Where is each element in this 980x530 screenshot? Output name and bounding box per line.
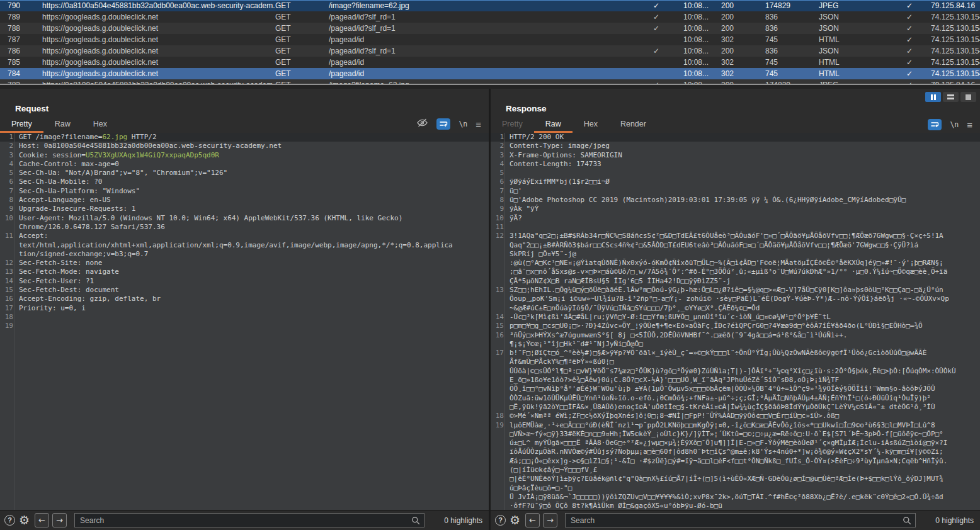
- cell-path: /pagead/id: [329, 34, 637, 45]
- cell-num: 785: [0, 57, 42, 68]
- word-wrap-icon[interactable]: [436, 118, 450, 130]
- request-editor[interactable]: 1GET /image?filename=62.jpg HTTP/22Host:…: [0, 133, 489, 510]
- code-line: 8ü□'Adobe Photoshop CC 2019 (Macintosh)2…: [491, 196, 980, 205]
- cell-url: https://googleads.g.doubleclick.net: [42, 34, 275, 45]
- code-line: 5: [491, 169, 980, 178]
- check-icon: ✓: [897, 11, 922, 23]
- cell-url: https://0a8100a504e45881bb32a0db00ea00ac…: [42, 0, 275, 11]
- cell-method: GET: [275, 0, 329, 11]
- tab-response-pretty[interactable]: Pretty: [491, 116, 534, 133]
- http-history-table[interactable]: 790https://0a8100a504e45881bb32a0db00ea0…: [0, 0, 980, 84]
- request-search-bar: ? ⚙ ← → 0 highlights: [0, 510, 489, 530]
- code-line: Chrome/126.0.6478.127 Safari/537.36: [0, 223, 489, 232]
- code-line: ÕÔ¸î□□°□vÑìþ°å°'øÈé}W¨WÕu'ù¡þ ±¥Ã(1µÔ¯Ôw…: [491, 385, 980, 393]
- cell-time: 10:08...: [675, 11, 713, 23]
- settings-gear-icon[interactable]: ⚙: [510, 514, 520, 526]
- tab-request-pretty[interactable]: Pretty: [0, 116, 43, 133]
- request-search-input[interactable]: [74, 513, 424, 527]
- code-line: 1GET /image?filename=62.jpg HTTP/2: [0, 133, 489, 142]
- table-row[interactable]: 783https://0a8100a504e45881bb32a0db00ea0…: [0, 79, 980, 84]
- check-icon: [637, 34, 675, 45]
- search-prev-button[interactable]: ←: [525, 513, 540, 527]
- code-line: 6Sec-Ch-Ua-Mobile: ?0: [0, 178, 489, 186]
- request-panel-title: Request: [15, 104, 489, 114]
- table-row[interactable]: 789https://googleads.g.doubleclick.netGE…: [0, 11, 980, 23]
- tab-request-hex[interactable]: Hex: [82, 116, 118, 133]
- cell-status: 200: [713, 11, 757, 23]
- table-row[interactable]: 786https://googleads.g.doubleclick.netGE…: [0, 45, 980, 57]
- cell-path: /pagead/id?slf_rd=1: [329, 23, 637, 34]
- tab-response-render[interactable]: Render: [609, 116, 658, 133]
- code-line: ú□ÞâçÏèu□ô=□-"□: [491, 484, 980, 493]
- message-editors: Request Pretty Raw Hex: [0, 89, 980, 530]
- code-line: Qaq"2□□¡±B#ÀRÑð3$bár□□CScs4ñ%¢²□&5ÂÒD□T£…: [491, 241, 980, 250]
- cell-num: 788: [0, 23, 42, 34]
- search-next-button[interactable]: →: [52, 513, 67, 527]
- check-icon: ✓: [637, 79, 675, 84]
- newline-toggle-icon[interactable]: \n: [459, 120, 467, 128]
- check-icon: ✓: [897, 79, 922, 84]
- code-line: ú±□L^ myÝÜgã×□□□Ë ªÂÀ8·ÕeG□÷°²Æ»¿jwµ□×µ¾…: [491, 439, 980, 448]
- editor-menu-icon[interactable]: ≡: [476, 120, 481, 129]
- cell-length: 745: [757, 57, 811, 68]
- hide-eye-icon[interactable]: [416, 118, 428, 130]
- word-wrap-icon[interactable]: [928, 119, 942, 130]
- response-tabs: Pretty Raw Hex Render \n ≡: [491, 114, 980, 133]
- cell-url: https://googleads.g.doubleclick.net: [42, 45, 275, 57]
- editor-menu-icon[interactable]: ≡: [967, 120, 972, 130]
- cell-time: 10:08...: [675, 0, 713, 11]
- table-row[interactable]: 788https://googleads.g.doubleclick.netGE…: [0, 23, 980, 34]
- response-search-bar: ? ⚙ ← → 0 highlights: [491, 510, 980, 530]
- tab-response-raw[interactable]: Raw: [534, 116, 573, 133]
- code-line: 14-Úc□³k[Mì¢ßì'äÀ□#åL|ru;ÿVñ□Y-Ø:î□□Yfm¦…: [491, 313, 980, 322]
- cell-path: /pagead/id?slf_rd=1: [329, 11, 637, 23]
- cell-length: 745: [757, 68, 811, 79]
- cell-method: GET: [275, 57, 329, 68]
- search-next-button[interactable]: →: [543, 513, 557, 527]
- code-line: Åf&mÙ□PÅckY%□¶ªëÞÝ»«ßú0¦□: [491, 358, 980, 366]
- search-prev-button[interactable]: ←: [35, 513, 49, 527]
- cell-length: 174829: [757, 79, 811, 84]
- code-line: 17b!¨F□¦ØïÇt□ó_^°èè½#)□§Æ>ÿ¥p?¥Õ¯öãl×_ïý…: [491, 349, 980, 358]
- code-line: text/html,application/xhtml+xml,applicat…: [0, 241, 489, 250]
- code-line: 7ü□': [491, 187, 980, 196]
- check-icon: ✓: [897, 57, 922, 68]
- table-panel-splitter[interactable]: [0, 84, 980, 89]
- table-row[interactable]: 785https://googleads.g.doubleclick.netGE…: [0, 57, 980, 68]
- cell-url: https://googleads.g.doubleclick.net: [42, 11, 275, 23]
- code-line: 19: [0, 322, 489, 330]
- table-row[interactable]: 790https://0a8100a504e45881bb32a0db00ea0…: [0, 0, 980, 11]
- cell-status: 200: [713, 79, 757, 84]
- cell-path: /pagead/id: [329, 68, 637, 79]
- code-line: 3X-Frame-Options: SAMEORIGIN: [491, 151, 980, 160]
- check-icon: ✓: [637, 11, 675, 23]
- table-row[interactable]: 784https://googleads.g.doubleclick.netGE…: [0, 68, 980, 79]
- help-icon[interactable]: ?: [4, 515, 15, 526]
- layout-buttons: [925, 92, 976, 102]
- code-line: Ü JvÌÀ¡□ÿ8üã&¬`J□□□□□))ÿôìZQZUv□V□□¥¥¥¥%…: [491, 493, 980, 502]
- request-panel: Request Pretty Raw Hex: [0, 89, 491, 530]
- code-line: □VÑ>æ~fý«□ÿ}33#ëKÈ□n□□9¤Hh¦ÏW5©kèÝ_¡oÙlc…: [491, 430, 980, 439]
- single-view-layout-button[interactable]: [960, 92, 976, 102]
- code-line: ÇÅ*5µõNZ¢X□B raN□ÆÍBsU§5 ÍIg'6□5 ÍIHa42!…: [491, 277, 980, 286]
- code-line: SkPRíj □Ö¤¥5¨-j@: [491, 250, 980, 259]
- response-editor[interactable]: 1HTTP/2 200 OK2Content-Type: image/jpeg3…: [491, 133, 980, 510]
- horizontal-split-layout-button[interactable]: [943, 92, 959, 102]
- split-horizontal-icon: [947, 94, 954, 99]
- newline-toggle-icon[interactable]: \n: [950, 120, 959, 129]
- magnifier-icon: [903, 516, 911, 527]
- square-icon: [966, 94, 971, 100]
- cell-path: /image?filename=62.jpg: [329, 0, 637, 11]
- help-icon[interactable]: ?: [495, 515, 506, 526]
- check-icon: ✓: [897, 0, 922, 11]
- settings-gear-icon[interactable]: ⚙: [19, 514, 30, 526]
- cell-length: 836: [757, 11, 811, 23]
- tab-response-hex[interactable]: Hex: [573, 116, 609, 133]
- table-row[interactable]: 787https://googleads.g.doubleclick.netGE…: [0, 34, 980, 45]
- cell-mime: JSON: [811, 23, 897, 34]
- cell-mime: HTML: [811, 57, 897, 68]
- code-line: 8Accept-Language: en-US: [0, 196, 489, 205]
- tab-request-raw[interactable]: Raw: [43, 116, 82, 133]
- response-search-input[interactable]: [565, 513, 916, 527]
- pause-updates-button[interactable]: [925, 92, 941, 102]
